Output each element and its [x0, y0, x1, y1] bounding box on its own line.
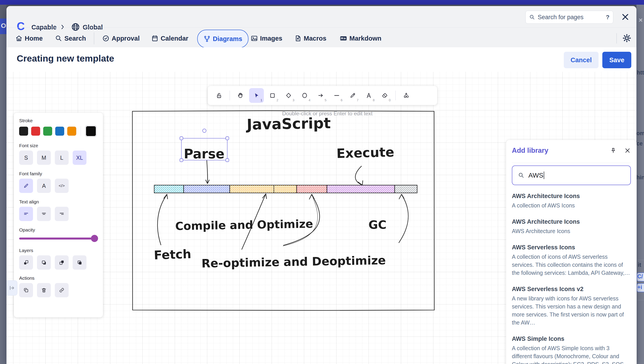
- stroke-swatch-green[interactable]: [43, 127, 52, 136]
- library-results-list: AWS Architecture Icons A collection of A…: [512, 193, 631, 364]
- markdown-icon: [340, 35, 347, 42]
- diagram-compile-text[interactable]: Compile and Optimize: [175, 217, 313, 233]
- line-tool[interactable]: 6: [329, 88, 344, 103]
- stroke-swatch-black[interactable]: [19, 127, 28, 136]
- bring-forward-button[interactable]: [55, 255, 69, 270]
- library-item-title: AWS Serverless Icons: [512, 244, 631, 251]
- font-size-xl[interactable]: XL: [73, 151, 86, 165]
- link-button[interactable]: [55, 283, 69, 297]
- send-backward-button[interactable]: [37, 255, 51, 270]
- expand-sidebar-tab[interactable]: [6, 280, 18, 295]
- tab-search[interactable]: Search: [55, 30, 86, 47]
- rectangle-icon: [269, 92, 276, 99]
- font-family-code[interactable]: </>: [55, 179, 69, 193]
- align-left-button[interactable]: [19, 207, 33, 221]
- opacity-slider[interactable]: [19, 235, 98, 242]
- library-list-item[interactable]: AWS Serverless Icons v2 A new library wi…: [512, 286, 631, 326]
- current-stroke-swatch[interactable]: [85, 126, 96, 137]
- diagram-bar[interactable]: [154, 185, 417, 193]
- unlock-icon: [216, 92, 222, 99]
- ellipse-tool[interactable]: 4: [297, 88, 312, 103]
- resize-handle-ne[interactable]: [226, 137, 229, 140]
- font-family-hand-drawn[interactable]: [19, 179, 33, 193]
- resize-handle-sw[interactable]: [180, 159, 183, 162]
- library-list-item[interactable]: AWS Simple Icons A collection of AWS Sim…: [512, 335, 631, 364]
- search-icon: [518, 172, 524, 178]
- opacity-track: [19, 237, 98, 240]
- send-to-back-button[interactable]: [19, 255, 33, 270]
- library-list-item[interactable]: AWS Architecture Icons AWS Architecture …: [512, 218, 631, 235]
- hand-tool[interactable]: [233, 88, 248, 103]
- modal-close-button[interactable]: [621, 13, 630, 21]
- draw-tool[interactable]: 7: [346, 88, 360, 103]
- background-right-strip: × htt om ce hin it C/ +i: [636, 5, 644, 364]
- cursor-icon: [253, 92, 260, 99]
- rotate-handle[interactable]: [202, 129, 206, 133]
- library-close-icon[interactable]: [624, 147, 631, 154]
- diamond-tool[interactable]: 3: [281, 88, 296, 103]
- nav-divider: [94, 32, 94, 44]
- library-list-item[interactable]: AWS Architecture Icons A collection of A…: [512, 193, 631, 209]
- eraser-tool[interactable]: 0: [378, 88, 392, 103]
- diagram-title-text[interactable]: JavaScript: [246, 115, 331, 133]
- browser-top-bar: [0, 0, 644, 5]
- tab-label: Macros: [304, 35, 326, 42]
- diagram-execute-text[interactable]: Execute: [336, 145, 394, 161]
- text-tool[interactable]: 8: [362, 88, 376, 103]
- save-button[interactable]: Save: [602, 52, 631, 68]
- settings-gear-icon[interactable]: [622, 33, 632, 43]
- diagram-reoptimize-text[interactable]: Re-optimize and Deoptimize: [202, 254, 386, 270]
- diagram-outer-rectangle[interactable]: [132, 111, 434, 310]
- font-family-normal[interactable]: A: [37, 179, 51, 193]
- lock-tool[interactable]: [212, 88, 226, 103]
- duplicate-button[interactable]: [19, 283, 33, 297]
- font-size-m[interactable]: M: [37, 151, 51, 165]
- tool-shortcut: 2: [276, 98, 278, 102]
- drawing-canvas[interactable]: Double-click or press Enter to edit text…: [6, 72, 636, 364]
- diagram-parse-text[interactable]: Parse: [184, 146, 224, 161]
- stroke-swatch-blue[interactable]: [55, 127, 64, 136]
- more-shapes-tool[interactable]: [399, 88, 414, 103]
- stroke-swatch-red[interactable]: [31, 127, 40, 136]
- page-search-field[interactable]: Search for pages ?: [526, 11, 613, 24]
- pin-icon[interactable]: [610, 147, 616, 154]
- delete-button[interactable]: [37, 283, 51, 297]
- home-icon: [16, 35, 22, 42]
- help-button[interactable]: ?: [606, 14, 610, 21]
- chevron-right-icon: [60, 24, 66, 30]
- pencil-icon: [23, 183, 29, 189]
- opacity-knob[interactable]: [91, 235, 98, 242]
- macros-icon: [294, 35, 302, 42]
- trash-icon: [41, 287, 47, 293]
- font-size-s[interactable]: S: [19, 151, 33, 165]
- tab-calendar[interactable]: Calendar: [151, 30, 188, 47]
- align-center-button[interactable]: [37, 207, 51, 221]
- library-list-item[interactable]: AWS Serverless Icons A collection of ico…: [512, 244, 631, 277]
- actions-label: Actions: [19, 275, 98, 281]
- tab-home[interactable]: Home: [16, 30, 43, 47]
- background-close-icon: ×: [639, 16, 643, 24]
- font-size-l[interactable]: L: [55, 151, 69, 165]
- resize-handle-nw[interactable]: [180, 137, 183, 140]
- font-family-label: Font family: [19, 171, 98, 176]
- stroke-swatch-orange[interactable]: [67, 127, 76, 136]
- tool-shortcut: 0: [389, 98, 391, 102]
- arrow-tool[interactable]: 5: [313, 88, 328, 103]
- library-search-input[interactable]: AWS: [512, 166, 631, 185]
- tab-macros[interactable]: Macros: [294, 30, 326, 47]
- element-style-panel: Stroke Font size S M L XL Fon: [14, 113, 103, 317]
- tab-approval[interactable]: Approval: [102, 30, 140, 47]
- cancel-button[interactable]: Cancel: [564, 52, 598, 68]
- tab-markdown[interactable]: Markdown: [340, 30, 381, 47]
- diagram-fetch-text[interactable]: Fetch: [154, 247, 192, 262]
- tab-diagrams[interactable]: Diagrams: [197, 30, 248, 48]
- resize-handle-se[interactable]: [226, 159, 229, 162]
- diagram-gc-text[interactable]: GC: [368, 218, 386, 231]
- align-right-button[interactable]: [55, 207, 69, 221]
- rectangle-tool[interactable]: 2: [265, 88, 280, 103]
- bring-to-front-button[interactable]: [73, 255, 86, 270]
- search-icon: [55, 35, 62, 42]
- tab-images[interactable]: Images: [251, 30, 282, 47]
- selection-tool[interactable]: 1: [249, 88, 264, 103]
- diagram-arrows[interactable]: [158, 161, 408, 249]
